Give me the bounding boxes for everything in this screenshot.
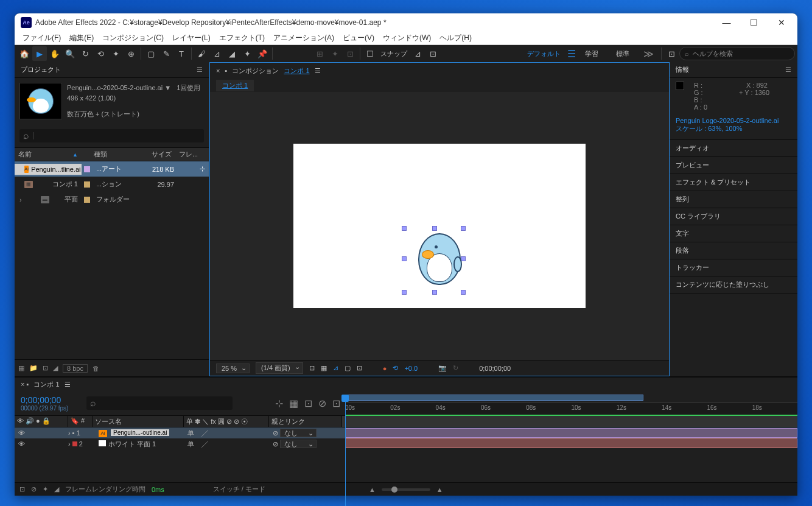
timeline-tab[interactable]: × ▪ コンポ 1 ☰	[15, 378, 797, 391]
trash-icon[interactable]: 🗑	[93, 365, 99, 372]
puppet-tool[interactable]: 📌	[255, 46, 270, 61]
vp-icon-1[interactable]: ⊡	[309, 364, 315, 372]
accordion-align[interactable]: 整列	[670, 191, 797, 208]
track-bar-1[interactable]	[345, 428, 797, 438]
adjust-icon[interactable]: ◢	[53, 364, 58, 372]
accordion-cclib[interactable]: CC ライブラリ	[670, 208, 797, 225]
workspace-default[interactable]: デフォルト	[521, 49, 567, 58]
accordion-tracker[interactable]: トラッカー	[670, 259, 797, 276]
folder-icon[interactable]: 📁	[29, 364, 38, 372]
snap-opt1[interactable]: ⊿	[410, 46, 425, 61]
project-row-penguin[interactable]: AiPenguin...tline.ai ...アート 218 KB ⊹	[15, 161, 209, 177]
tl-icon-2[interactable]: ▦	[289, 398, 298, 409]
menu-layer[interactable]: レイヤー(L)	[168, 33, 215, 43]
tl-icon-4[interactable]: ⊘	[318, 398, 326, 409]
vp-icon-5[interactable]: ⊡	[357, 364, 362, 372]
comp-subtab[interactable]: コンポ 1	[216, 80, 254, 91]
vp-icon-4[interactable]: ▢	[345, 364, 351, 372]
composition-viewport[interactable]	[210, 92, 669, 360]
viewport-time[interactable]: 0;00;00;00	[479, 365, 511, 372]
quality-dropdown[interactable]: (1/4 画質)	[256, 362, 303, 374]
accordion-character[interactable]: 文字	[670, 225, 797, 242]
mesh-icon[interactable]: ⊞	[312, 46, 327, 61]
panel-menu-icon[interactable]: ☰	[197, 66, 203, 74]
project-row-solids[interactable]: ›▬平面 フォルダー	[15, 192, 209, 207]
tlf-icon-2[interactable]: ⊘	[31, 485, 37, 493]
exposure-icon[interactable]: ⟲	[393, 364, 398, 372]
menu-help[interactable]: ヘルプ(H)	[435, 33, 476, 43]
zoom-tool[interactable]: 🔍	[63, 46, 77, 61]
tl-icon-5[interactable]: ⊡	[332, 398, 340, 409]
panbehind-tool[interactable]: ⊕	[124, 46, 138, 61]
accordion-effects[interactable]: エフェクト & プリセット	[670, 174, 797, 191]
help-search[interactable]: ⌕ ヘルプを検索	[679, 47, 795, 60]
workspace-standard[interactable]: 標準	[607, 49, 638, 58]
snap-checkbox[interactable]: ☐	[363, 46, 377, 61]
mesh2-icon[interactable]: ✦	[327, 46, 342, 61]
show-snapshot-icon[interactable]: ↻	[453, 364, 458, 372]
comp-icon[interactable]: ⊡	[43, 364, 48, 372]
clone-tool[interactable]: ⊿	[209, 46, 224, 61]
text-tool[interactable]: T	[174, 46, 189, 61]
menu-window[interactable]: ウィンドウ(W)	[379, 33, 435, 43]
rotate-tool[interactable]: ⟲	[93, 46, 108, 61]
work-area-bar[interactable]	[345, 395, 643, 401]
close-button[interactable]: ✕	[768, 13, 795, 32]
search-toggle-icon[interactable]: ⊡	[664, 46, 679, 61]
timeline-search[interactable]: ⌕	[86, 396, 233, 410]
zoom-slider[interactable]	[382, 488, 430, 491]
vp-icon-2[interactable]: ▦	[321, 364, 327, 372]
info-menu-icon[interactable]: ☰	[785, 66, 791, 74]
workspace-learn[interactable]: 学習	[576, 49, 607, 58]
pen-tool[interactable]: ✎	[159, 46, 173, 61]
orbit-tool[interactable]: ↻	[78, 46, 93, 61]
brush-tool[interactable]: 🖌	[194, 46, 209, 61]
eraser-tool[interactable]: ◢	[225, 46, 239, 61]
menu-composition[interactable]: コンポジション(C)	[98, 33, 168, 43]
snap-opt2[interactable]: ⊡	[425, 46, 440, 61]
track-bar-2[interactable]	[345, 438, 797, 448]
comp-link[interactable]: コンポ 1	[284, 66, 309, 76]
accordion-preview[interactable]: プレビュー	[670, 157, 797, 174]
parent-dropdown-1[interactable]: なし	[280, 429, 317, 437]
exposure-value[interactable]: +0.0	[404, 365, 418, 372]
menu-view[interactable]: ビュー(V)	[338, 33, 379, 43]
maximize-button[interactable]: ☐	[740, 13, 768, 32]
home-tool[interactable]: 🏠	[17, 46, 32, 61]
hand-tool[interactable]: ✋	[47, 46, 62, 61]
mesh3-icon[interactable]: ⊡	[343, 46, 357, 61]
timeline-timecode[interactable]: 0;00;00;00 00000 (29.97 fps)	[15, 395, 86, 412]
snapshot-icon[interactable]: 📷	[438, 364, 447, 372]
vp-icon-3[interactable]: ⊿	[333, 364, 338, 372]
tlf-icon-1[interactable]: ⊡	[19, 485, 25, 493]
timeline-ruler[interactable]: 00s 02s 04s 06s 08s 10s 12s 14s 16s 18s	[345, 402, 797, 415]
color-mgmt-icon[interactable]: ●	[383, 365, 387, 372]
tl-icon-1[interactable]: ⊹	[275, 398, 283, 409]
project-row-comp[interactable]: ▦コンポ 1 ...ション 29.97	[15, 177, 209, 192]
bpc-button[interactable]: 8 bpc	[63, 364, 88, 373]
accordion-paragraph[interactable]: 段落	[670, 242, 797, 259]
tlf-icon-4[interactable]: ◢	[54, 485, 59, 493]
switch-mode-button[interactable]: スイッチ / モード	[213, 485, 265, 494]
project-column-headers[interactable]: 名前▲ 種類 サイズ フレ...	[15, 147, 209, 161]
zoom-dropdown[interactable]: 25 %	[216, 364, 250, 373]
tl-icon-3[interactable]: ⊡	[304, 398, 312, 409]
menu-animation[interactable]: アニメーション(A)	[269, 33, 338, 43]
menu-file[interactable]: ファイル(F)	[18, 33, 65, 43]
zoom-out-icon[interactable]: ▲	[369, 486, 376, 493]
selection-tool[interactable]: ▶	[32, 46, 47, 61]
tlf-icon-3[interactable]: ✦	[43, 485, 48, 493]
rect-tool[interactable]: ▢	[144, 46, 158, 61]
minimize-button[interactable]: —	[713, 13, 740, 32]
menu-effect[interactable]: エフェクト(T)	[215, 33, 269, 43]
interpret-icon[interactable]: ▦	[18, 364, 24, 372]
playhead[interactable]	[345, 395, 351, 415]
accordion-audio[interactable]: オーディオ	[670, 140, 797, 157]
camera-tool[interactable]: ✦	[108, 46, 123, 61]
roto-tool[interactable]: ✦	[240, 46, 254, 61]
penguin-layer[interactable]	[412, 233, 467, 291]
menu-edit[interactable]: 編集(E)	[65, 33, 98, 43]
zoom-in-icon[interactable]: ▲	[436, 486, 443, 493]
project-search[interactable]: ⌕	[19, 129, 204, 142]
accordion-content-fill[interactable]: コンテンツに応じた塗りつぶし	[670, 276, 797, 293]
